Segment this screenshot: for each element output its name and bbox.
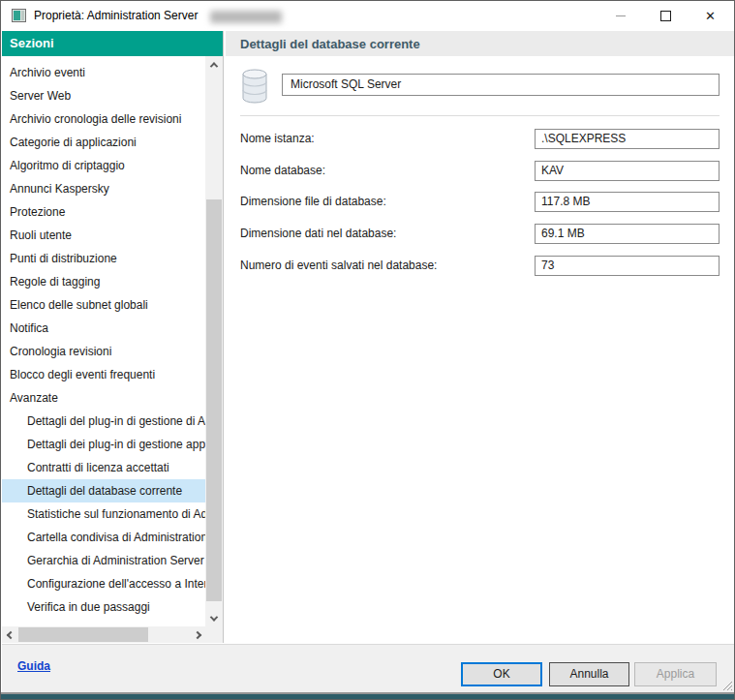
sidebar-item[interactable]: Configurazione dell'accesso a Internet	[2, 572, 205, 595]
close-button[interactable]: ✕	[688, 1, 733, 31]
apply-button-disabled: Applica	[634, 662, 717, 686]
maximize-button[interactable]	[643, 1, 688, 31]
chevron-left-icon	[6, 630, 14, 638]
ok-button[interactable]: OK	[461, 662, 542, 686]
sidebar-item[interactable]: Punti di distribuzione	[2, 247, 205, 270]
minimize-icon	[616, 15, 626, 16]
chevron-right-icon	[193, 630, 200, 638]
app-window-icon	[12, 9, 26, 22]
maximize-icon	[660, 11, 671, 21]
window-title: Proprietà: Administration Server	[34, 1, 198, 31]
resize-grip-icon[interactable]	[721, 680, 732, 693]
sidebar-item[interactable]: Notifica	[2, 317, 205, 340]
sidebar-item[interactable]: Algoritmo di criptaggio	[2, 154, 205, 177]
title-bar[interactable]: Proprietà: Administration Server ✕	[1, 1, 734, 31]
sidebar-item-selected[interactable]: Dettagli del database corrente	[2, 479, 205, 502]
field-label: Dimensione file di database:	[240, 192, 531, 212]
scroll-up-button[interactable]	[205, 56, 223, 73]
sidebar-item[interactable]: Contratti di licenza accettati	[2, 456, 205, 479]
sidebar-item[interactable]: Elenco delle subnet globali	[2, 293, 205, 317]
sections-vertical-scrollbar[interactable]	[205, 56, 223, 626]
sidebar-item[interactable]: Gerarchia di Administration Server	[2, 549, 205, 572]
page-title: Dettagli del database corrente	[226, 31, 735, 56]
field-value[interactable]: .\SQLEXPRESS	[535, 129, 720, 149]
dialog-footer: Guida OK Annulla Applica	[2, 644, 735, 692]
cancel-button[interactable]: Annulla	[549, 662, 629, 686]
redacted-server-name	[210, 11, 282, 23]
section-separator	[240, 115, 720, 116]
pane-divider	[223, 31, 224, 643]
chevron-up-icon	[210, 62, 218, 70]
scroll-right-button[interactable]	[189, 626, 205, 643]
sections-header: Sezioni	[2, 31, 224, 56]
sidebar-item[interactable]: Verifica in due passaggi	[2, 595, 205, 619]
properties-dialog-window: Proprietà: Administration Server ✕ Sezio…	[0, 0, 735, 700]
sidebar-item[interactable]: Annunci Kaspersky	[2, 177, 205, 200]
sidebar-item[interactable]: Dettagli del plug-in di gestione di Admi…	[2, 410, 205, 433]
bottom-border-teal	[1, 694, 735, 700]
sidebar-item[interactable]: Regole di tagging	[2, 270, 205, 293]
sidebar-item[interactable]: Blocco degli eventi frequenti	[2, 363, 205, 386]
sidebar-item[interactable]: Categorie di applicazioni	[2, 131, 205, 154]
chevron-down-icon	[210, 613, 218, 621]
database-type-field[interactable]: Microsoft SQL Server	[282, 74, 720, 96]
sections-list: Archivio eventiServer WebArchivio cronol…	[2, 56, 206, 626]
field-label: Nome database:	[240, 161, 531, 181]
database-icon	[241, 69, 268, 107]
vertical-scrollbar-thumb[interactable]	[206, 199, 222, 601]
scroll-left-button[interactable]	[2, 626, 18, 643]
field-value[interactable]: 69.1 MB	[535, 224, 720, 244]
field-value[interactable]: KAV	[535, 161, 720, 181]
sidebar-item[interactable]: Archivio eventi	[2, 61, 205, 84]
minimize-button[interactable]	[598, 1, 643, 31]
scroll-down-button[interactable]	[205, 610, 223, 626]
scrollbar-corner	[205, 626, 223, 643]
sidebar-item[interactable]: Cronologia revisioni	[2, 340, 205, 363]
field-label: Numero di eventi salvati nel database:	[240, 256, 531, 276]
sidebar-item[interactable]: Statistiche sul funzionamento di Adminis…	[2, 502, 205, 526]
help-link[interactable]: Guida	[17, 659, 50, 673]
sidebar-item[interactable]: Protezione	[2, 200, 205, 224]
sidebar-item[interactable]: Avanzate	[2, 386, 205, 410]
field-value[interactable]: 73	[535, 256, 720, 276]
horizontal-scrollbar-thumb[interactable]	[18, 627, 148, 642]
sidebar-item[interactable]: Dettagli dei plug-in di gestione applica…	[2, 433, 205, 456]
sidebar-item[interactable]: Archivio cronologia delle revisioni	[2, 107, 205, 131]
close-icon: ✕	[705, 10, 716, 22]
field-value[interactable]: 117.8 MB	[535, 192, 720, 212]
field-label: Dimensione dati nel database:	[240, 224, 531, 244]
field-label: Nome istanza:	[240, 129, 531, 149]
sidebar-item[interactable]: Cartella condivisa di Administration Ser…	[2, 526, 205, 549]
sections-horizontal-scrollbar[interactable]	[2, 626, 205, 643]
sidebar-item[interactable]: Server Web	[2, 84, 205, 107]
sidebar-item[interactable]: Ruoli utente	[2, 224, 205, 247]
